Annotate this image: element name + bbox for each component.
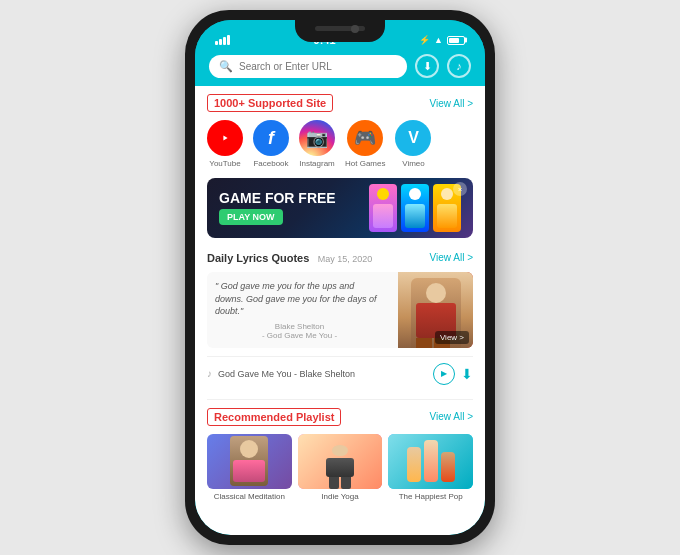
song-title: God Gave Me You - Blake Shelton	[218, 369, 427, 379]
wifi-icon: ▲	[434, 35, 443, 45]
supported-sites-view-all[interactable]: View All >	[430, 98, 473, 109]
playlist-item-2[interactable]: The Happiest Pop	[388, 434, 473, 501]
lyrics-card: " God gave me you for the ups and downs.…	[207, 272, 473, 348]
recommended-section: Recommended Playlist View All >	[207, 408, 473, 501]
playlist-label-2: The Happiest Pop	[388, 492, 473, 501]
recommended-header: Recommended Playlist View All >	[207, 408, 473, 426]
thumb-person-0	[230, 436, 268, 486]
banner-ad[interactable]: × GAME FOR FREE PLAY NOW	[207, 178, 473, 238]
vimeo-icon: V	[395, 120, 431, 156]
phone-screen: 9:41 ⚡ ▲ 🔍 ⬇ ♪	[195, 20, 485, 535]
site-hotgames[interactable]: 🎮 Hot Games	[345, 120, 385, 168]
search-icon: 🔍	[219, 60, 233, 73]
notch	[295, 20, 385, 42]
bluetooth-icon: ⚡	[419, 35, 430, 45]
lyrics-artist: Blake Shelton	[215, 322, 384, 331]
playlist-thumb-1	[298, 434, 383, 489]
site-facebook[interactable]: f Facebook	[253, 120, 289, 168]
play-button[interactable]: ▶	[433, 363, 455, 385]
lyrics-header-left: Daily Lyrics Quotes May 15, 2020	[207, 248, 372, 266]
playlist-thumb-0	[207, 434, 292, 489]
download-icon-btn[interactable]: ⬇	[415, 54, 439, 78]
signal-area	[215, 35, 230, 45]
daily-lyrics-section: Daily Lyrics Quotes May 15, 2020 View Al…	[207, 248, 473, 348]
banner-text: GAME FOR FREE PLAY NOW	[219, 191, 336, 225]
lyrics-date: May 15, 2020	[318, 254, 373, 264]
signal-icon	[215, 35, 230, 45]
playlist-grid: Classical Meditation	[207, 434, 473, 501]
supported-sites-title: 1000+ Supported Site	[207, 94, 333, 112]
youtube-label: YouTube	[209, 159, 240, 168]
site-icons-row: YouTube f Facebook 📷 Instagram 🎮 Hot	[207, 120, 473, 168]
banner-art	[369, 184, 461, 232]
banner-char-2	[401, 184, 429, 232]
lyrics-text-area: " God gave me you for the ups and downs.…	[207, 272, 392, 348]
song-row: ♪ God Gave Me You - Blake Shelton ▶ ⬇	[207, 356, 473, 391]
lyrics-song: - God Gave Me You -	[215, 331, 384, 340]
search-box[interactable]: 🔍	[209, 55, 407, 78]
music-icon-btn[interactable]: ♪	[447, 54, 471, 78]
site-youtube[interactable]: YouTube	[207, 120, 243, 168]
view-badge[interactable]: View >	[435, 331, 469, 344]
instagram-label: Instagram	[299, 159, 335, 168]
youtube-icon	[207, 120, 243, 156]
search-input[interactable]	[239, 61, 397, 72]
playlist-label-1: Indie Yoga	[298, 492, 383, 501]
lyrics-view-all[interactable]: View All >	[430, 252, 473, 263]
lyrics-image: View >	[398, 272, 473, 348]
recommended-title: Recommended Playlist	[207, 408, 341, 426]
content-scroll: 1000+ Supported Site View All > YouTube …	[195, 86, 485, 535]
banner-char-1	[369, 184, 397, 232]
banner-close-btn[interactable]: ×	[453, 182, 467, 196]
hotgames-icon: 🎮	[347, 120, 383, 156]
playlist-item-0[interactable]: Classical Meditation	[207, 434, 292, 501]
phone-frame: 9:41 ⚡ ▲ 🔍 ⬇ ♪	[185, 10, 495, 545]
main-content: 1000+ Supported Site View All > YouTube …	[195, 86, 485, 535]
search-bar-area: 🔍 ⬇ ♪	[195, 50, 485, 86]
music-note-icon: ♪	[207, 368, 212, 379]
playlist-thumb-2	[388, 434, 473, 489]
header-icons: ⬇ ♪	[415, 54, 471, 78]
thumb-crowd	[407, 440, 455, 482]
supported-sites-header: 1000+ Supported Site View All >	[207, 94, 473, 112]
vimeo-label: Vimeo	[402, 159, 425, 168]
download-song-button[interactable]: ⬇	[461, 366, 473, 382]
divider	[207, 399, 473, 400]
banner-title: GAME FOR FREE	[219, 191, 336, 205]
battery-icon	[447, 36, 465, 45]
site-vimeo[interactable]: V Vimeo	[395, 120, 431, 168]
hotgames-label: Hot Games	[345, 159, 385, 168]
instagram-icon: 📷	[299, 120, 335, 156]
lyrics-title: Daily Lyrics Quotes	[207, 252, 309, 264]
facebook-label: Facebook	[253, 159, 288, 168]
banner-cta[interactable]: PLAY NOW	[219, 209, 283, 225]
status-icons: ⚡ ▲	[419, 35, 465, 45]
playlist-item-1[interactable]: Indie Yoga	[298, 434, 383, 501]
thumb-person-1	[323, 441, 358, 489]
playlist-label-0: Classical Meditation	[207, 492, 292, 501]
recommended-view-all[interactable]: View All >	[430, 411, 473, 422]
lyrics-header: Daily Lyrics Quotes May 15, 2020 View Al…	[207, 248, 473, 266]
lyrics-quote: " God gave me you for the ups and downs.…	[215, 280, 384, 318]
site-instagram[interactable]: 📷 Instagram	[299, 120, 335, 168]
facebook-icon: f	[253, 120, 289, 156]
